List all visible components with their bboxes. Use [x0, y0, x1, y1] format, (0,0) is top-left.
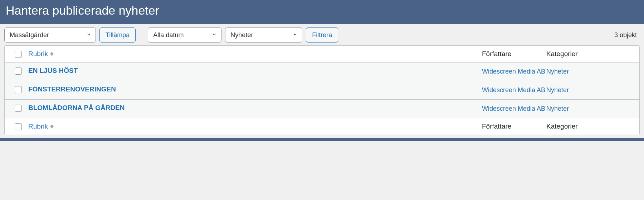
- date-filter-selected: Alla datum: [153, 31, 184, 39]
- select-all-checkbox-footer[interactable]: [15, 123, 22, 130]
- column-footer-title[interactable]: Rubrik: [28, 122, 54, 130]
- column-header-title-label: Rubrik: [28, 50, 48, 58]
- toolbar: Massåtgärder Tillämpa Alla datum Nyheter…: [0, 24, 644, 45]
- column-footer-categories: Kategorier: [546, 122, 578, 130]
- page-title: Hantera publicerade nyheter: [6, 4, 638, 18]
- page-header: Hantera publicerade nyheter: [0, 0, 644, 24]
- column-footer-title-label: Rubrik: [28, 122, 48, 130]
- table-row: FÖNSTERRENOVERINGEN Widescreen Media AB …: [5, 81, 639, 100]
- table-row: BLOMLÅDORNA PÅ GÅRDEN Widescreen Media A…: [5, 100, 639, 118]
- column-footer-author: Författare: [482, 122, 511, 130]
- table-row: EN LJUS HÖST Widescreen Media AB Nyheter: [5, 62, 639, 81]
- row-author-link[interactable]: Widescreen Media AB: [482, 68, 545, 75]
- chevron-down-icon: [293, 31, 298, 39]
- toolbar-left: Massåtgärder Tillämpa Alla datum Nyheter…: [4, 28, 611, 42]
- category-filter-select[interactable]: Nyheter: [225, 28, 302, 42]
- chevron-down-icon: [212, 31, 217, 39]
- svg-marker-1: [50, 54, 54, 56]
- footer-bar: [0, 138, 644, 141]
- bulk-actions-selected: Massåtgärder: [10, 31, 49, 39]
- row-category-link[interactable]: Nyheter: [546, 68, 569, 75]
- row-category-link[interactable]: Nyheter: [546, 105, 569, 112]
- row-checkbox[interactable]: [15, 105, 22, 112]
- row-author-link[interactable]: Widescreen Media AB: [482, 86, 545, 94]
- table-header-row: Rubrik Författare Kategorier: [5, 46, 639, 62]
- row-title-link[interactable]: FÖNSTERRENOVERINGEN: [28, 85, 116, 93]
- column-header-author: Författare: [482, 50, 511, 58]
- sort-icon: [50, 124, 54, 129]
- svg-marker-3: [50, 126, 54, 129]
- column-header-title[interactable]: Rubrik: [28, 50, 54, 58]
- chevron-down-icon: [86, 31, 91, 39]
- bulk-actions-select[interactable]: Massåtgärder: [4, 28, 96, 42]
- row-title-link[interactable]: BLOMLÅDORNA PÅ GÅRDEN: [28, 104, 125, 111]
- row-category-link[interactable]: Nyheter: [546, 86, 569, 94]
- table-footer-row: Rubrik Författare Kategorier: [5, 118, 639, 135]
- category-filter-selected: Nyheter: [230, 31, 253, 39]
- date-filter-select[interactable]: Alla datum: [148, 28, 221, 42]
- filter-button[interactable]: Filtrera: [306, 28, 338, 42]
- sort-icon: [50, 52, 54, 56]
- column-header-categories: Kategorier: [546, 50, 578, 58]
- item-count: 3 objekt: [614, 31, 640, 39]
- row-checkbox[interactable]: [15, 86, 22, 93]
- row-author-link[interactable]: Widescreen Media AB: [482, 105, 545, 112]
- select-all-checkbox[interactable]: [15, 51, 22, 58]
- apply-button[interactable]: Tillämpa: [99, 28, 136, 42]
- row-title-link[interactable]: EN LJUS HÖST: [28, 67, 78, 74]
- posts-table: Rubrik Författare Kategorier EN LJUS H: [4, 45, 640, 135]
- row-checkbox[interactable]: [15, 68, 22, 75]
